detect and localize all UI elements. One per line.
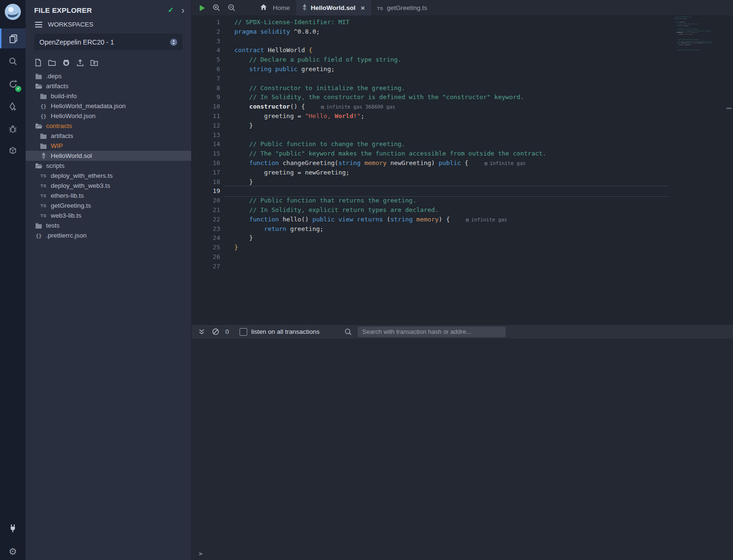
code-line-7[interactable] <box>234 74 733 83</box>
tree-item-scripts[interactable]: scripts <box>26 161 191 171</box>
code-line-24[interactable]: } <box>234 233 733 243</box>
folder-icon <box>39 93 47 99</box>
code-line-25[interactable]: } <box>234 243 733 252</box>
code-line-16[interactable]: function changeGreeting(string memory ne… <box>234 158 733 168</box>
solidity-compiler-icon[interactable]: ✓ <box>0 74 26 94</box>
hamburger-menu-icon[interactable] <box>35 22 42 28</box>
code-editor[interactable]: 1234567891011121314151617181920212223242… <box>192 16 733 324</box>
code-line-17[interactable]: greeting = newGreeting; <box>234 168 733 177</box>
tree-item-HelloWorld_metadata.json[interactable]: {}HelloWorld_metadata.json <box>26 101 191 111</box>
folder-open-icon <box>35 123 43 129</box>
tree-item-build-info[interactable]: build-info <box>26 91 191 101</box>
tab-Home[interactable]: Home <box>254 0 296 16</box>
code-line-2[interactable]: pragma solidity ^0.8.0; <box>234 27 733 37</box>
new-folder-icon[interactable] <box>48 59 56 66</box>
tree-item-WIP[interactable]: WIP <box>26 141 191 151</box>
chevron-right-icon[interactable]: › <box>181 7 185 13</box>
new-file-icon[interactable] <box>35 59 42 66</box>
line-number: 6 <box>192 64 220 74</box>
code-content[interactable]: // SPDX-License-Identifier: MITpragma so… <box>223 16 733 324</box>
code-line-26[interactable] <box>234 252 733 262</box>
tree-item-label: deploy_with_ethers.ts <box>51 172 113 179</box>
zoom-in-icon[interactable] <box>213 4 221 12</box>
deploy-and-run-icon[interactable] <box>0 97 26 117</box>
tree-item-artifacts[interactable]: artifacts <box>26 81 191 91</box>
workspace-select[interactable]: OpenZeppelin ERC20 - 1 <box>34 34 183 50</box>
expand-terminal-icon[interactable] <box>198 329 205 335</box>
code-line-21[interactable]: // In Solidity, explicit return types ar… <box>234 205 733 215</box>
terminal-output[interactable]: > <box>192 339 733 560</box>
explorer-toolbar <box>26 55 191 70</box>
code-line-5[interactable]: // Declare a public field of type string… <box>234 55 733 64</box>
tree-item-web3-lib.ts[interactable]: TSweb3-lib.ts <box>26 211 191 220</box>
code-line-4[interactable]: contract HelloWorld { <box>234 46 733 55</box>
upload-file-icon[interactable] <box>76 59 84 66</box>
tree-item-HelloWorld.sol[interactable]: HelloWorld.sol <box>26 151 191 161</box>
code-line-3[interactable] <box>234 37 733 46</box>
settings-gear-icon[interactable]: ⚙ <box>0 542 26 560</box>
tree-item-deploy_with_ethers.ts[interactable]: TSdeploy_with_ethers.ts <box>26 171 191 181</box>
code-line-10[interactable]: constructor() {▤infinite gas 368600 gas <box>234 102 733 111</box>
code-line-13[interactable] <box>234 130 733 140</box>
tree-item-getGreeting.ts[interactable]: TSgetGreeting.ts <box>26 201 191 211</box>
upload-folder-icon[interactable] <box>90 59 98 66</box>
tree-item-HelloWorld.json[interactable]: {}HelloWorld.json <box>26 111 191 121</box>
minimap[interactable]: // SPDX-License-Identifier: MITpragma so… <box>675 16 712 50</box>
code-line-14[interactable]: // Public function to change the greetin… <box>234 139 733 149</box>
code-line-8[interactable]: // Constructor to initialize the greetin… <box>234 83 733 93</box>
code-line-15[interactable]: // The "public" keyword makes the functi… <box>234 149 733 158</box>
plugins-icon[interactable] <box>0 140 26 160</box>
code-line-19[interactable] <box>234 186 733 196</box>
code-line-6[interactable]: string public greeting; <box>234 64 733 74</box>
terminal-prompt[interactable]: > <box>199 550 203 557</box>
code-line-11[interactable]: greeting = "Hello, World!"; <box>234 111 733 121</box>
tree-item-contracts[interactable]: contracts <box>26 121 191 131</box>
zoom-out-icon[interactable] <box>228 4 236 12</box>
file-explorer-icon[interactable] <box>0 28 26 48</box>
tree-item-.prettierrc.json[interactable]: {}.prettierrc.json <box>26 230 191 240</box>
cube-icon <box>8 146 18 155</box>
tree-item-ethers-lib.ts[interactable]: TSethers-lib.ts <box>26 191 191 201</box>
code-line-18[interactable]: } <box>234 177 733 187</box>
code-line-27[interactable] <box>234 262 733 271</box>
typescript-file-icon: TS <box>39 174 47 178</box>
listen-transactions-checkbox[interactable] <box>240 328 247 336</box>
workspace-switch-icon <box>170 38 177 46</box>
run-script-button[interactable] <box>199 4 205 12</box>
line-number: 21 <box>192 205 220 215</box>
transaction-search-input[interactable] <box>358 327 506 337</box>
remix-logo[interactable] <box>0 2 26 22</box>
line-number: 7 <box>192 74 220 83</box>
code-line-9[interactable]: // In Solidity, the constructor is defin… <box>234 92 733 102</box>
tree-item-.deps[interactable]: .deps <box>26 71 191 81</box>
tree-item-label: scripts <box>46 162 65 169</box>
gear-icon: ⚙ <box>9 546 17 557</box>
search-panel-icon[interactable] <box>0 51 26 71</box>
code-line-20[interactable]: // Public function that returns the gree… <box>675 49 712 50</box>
tab-label: Home <box>273 4 290 11</box>
code-line-20[interactable]: // Public function that returns the gree… <box>234 196 733 205</box>
plugin-manager-icon[interactable] <box>0 518 26 538</box>
tabbar-actions <box>192 4 243 12</box>
tree-item-label: getGreeting.ts <box>51 202 91 209</box>
debugger-icon[interactable] <box>0 119 26 139</box>
close-icon[interactable]: × <box>361 4 365 12</box>
tree-item-label: tests <box>46 222 60 229</box>
tab-getGreeting.ts[interactable]: TSgetGreeting.ts <box>371 0 433 16</box>
bug-icon <box>8 124 18 134</box>
line-number: 22 <box>192 215 220 224</box>
code-line-12[interactable]: } <box>234 121 733 130</box>
search-icon <box>9 57 18 66</box>
tab-HelloWorld.sol[interactable]: HelloWorld.sol× <box>296 0 371 16</box>
tree-item-tests[interactable]: tests <box>26 220 191 230</box>
tree-item-artifacts[interactable]: artifacts <box>26 131 191 141</box>
folder-icon <box>35 73 43 79</box>
clear-console-icon[interactable] <box>212 328 219 335</box>
check-icon: ✓ <box>168 6 174 14</box>
github-octocat-icon[interactable] <box>62 59 70 66</box>
code-line-22[interactable]: function hello() public view returns (st… <box>234 215 733 224</box>
code-line-1[interactable]: // SPDX-License-Identifier: MIT <box>234 18 733 27</box>
line-number: 17 <box>192 168 220 177</box>
tree-item-deploy_with_web3.ts[interactable]: TSdeploy_with_web3.ts <box>26 181 191 191</box>
code-line-23[interactable]: return greeting; <box>234 224 733 234</box>
